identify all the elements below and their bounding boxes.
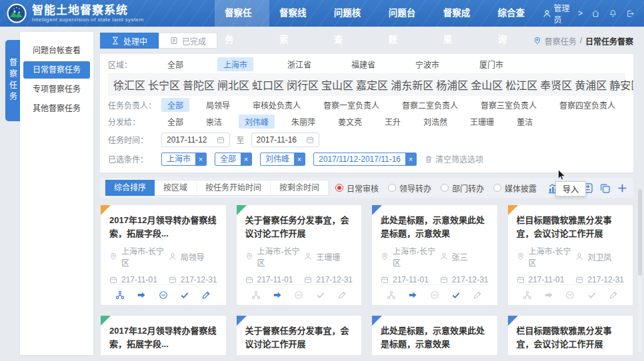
filter-option[interactable]: 刘浩然 <box>417 115 453 129</box>
filter-option[interactable]: 督察五室负责人 <box>632 98 633 112</box>
category-radio[interactable]: 部门转办 <box>441 182 484 194</box>
district-option[interactable]: 浦东新区 <box>389 75 435 94</box>
edit-icon[interactable] <box>473 290 482 300</box>
sidebar-item[interactable]: 问题台帐查看 <box>23 42 90 59</box>
sort-option[interactable]: 综合排序 <box>105 180 155 196</box>
district-option[interactable]: 杨浦区 <box>435 75 469 94</box>
edit-icon[interactable] <box>609 290 618 300</box>
task-card[interactable]: 栏目标题微软雅黑分发事宜，会议讨论工作开展 上海市-长宁区 刘卫凤 217-11… <box>507 204 634 306</box>
district-option[interactable]: 徐汇区 <box>112 75 147 94</box>
district-option[interactable]: 嘉定区 <box>355 75 389 94</box>
filter-option[interactable]: 全部 <box>161 115 189 129</box>
distribute-icon[interactable] <box>523 290 532 300</box>
edit-icon[interactable] <box>201 290 211 300</box>
category-radio[interactable]: 日常审核 <box>335 182 379 194</box>
sidebar-item[interactable]: 日常督察任务 <box>23 61 90 79</box>
filter-option[interactable]: 福建省 <box>345 57 381 71</box>
filter-option[interactable]: 王升 <box>379 115 407 129</box>
filter-option[interactable]: 上海市 <box>217 57 253 71</box>
status-tab[interactable]: 已完成 <box>159 33 217 49</box>
task-card[interactable]: 2017年12月领导转办督察线索，拓展字段... 上海市-长宁区 局领导 217… <box>100 315 227 355</box>
nav-item[interactable]: 督察任务 <box>215 0 269 27</box>
approve-icon[interactable] <box>180 290 189 300</box>
task-card[interactable]: 此处是标题，示意效果此处是标题，示意效果 上海市-长宁区 张三 217-11-0… <box>371 315 498 355</box>
forward-icon[interactable] <box>137 290 146 300</box>
suspend-icon[interactable] <box>430 290 439 300</box>
bell-icon[interactable] <box>609 9 617 18</box>
district-option[interactable]: 长宁区 <box>147 75 181 94</box>
filter-option[interactable]: 浙江省 <box>281 57 317 71</box>
district-option[interactable]: 金山区 <box>469 75 504 94</box>
approve-icon[interactable] <box>316 290 325 300</box>
nav-item[interactable]: 督察线索 <box>269 0 324 27</box>
district-option[interactable]: 松江区 <box>504 75 539 94</box>
sort-option[interactable]: 按区域 <box>155 180 197 195</box>
district-option[interactable]: 奉贤区 <box>539 75 573 94</box>
home-icon[interactable] <box>591 9 600 18</box>
nav-item[interactable]: 问题核查 <box>324 0 379 27</box>
add-icon[interactable] <box>617 182 628 194</box>
nav-item[interactable]: 问题台账 <box>379 0 433 27</box>
edit-icon[interactable] <box>337 290 347 300</box>
remove-tag-icon[interactable]: × <box>294 153 305 165</box>
distribute-icon[interactable] <box>115 290 125 300</box>
task-card[interactable]: 关于督察任务分发事宜，会议讨论工作开展 上海市-长宁区 王珊珊 217-11-0… <box>236 315 363 355</box>
copy-icon[interactable] <box>599 182 611 194</box>
task-card[interactable]: 栏目标题微软雅黑分发事宜，会议讨论工作开展 上海市-长宁区 刘卫凤 217-11… <box>507 315 634 355</box>
filter-option[interactable]: 督察三室负责人 <box>475 98 543 112</box>
task-card[interactable]: 2017年12月领导转办督察线索，拓展字段... 上海市-长宁区 局领导 217… <box>100 204 227 306</box>
district-option[interactable]: 虹口区 <box>251 75 285 94</box>
approve-icon[interactable] <box>587 290 597 300</box>
suspend-icon[interactable] <box>294 290 303 300</box>
filter-option[interactable]: 督察一室负责人 <box>317 98 385 112</box>
filter-option[interactable]: 朱丽萍 <box>285 115 321 129</box>
district-option[interactable]: 闵行区 <box>285 75 320 94</box>
remove-tag-icon[interactable]: × <box>241 153 251 165</box>
district-option[interactable]: 静安区 <box>608 75 633 94</box>
sidebar-item[interactable]: 专项督察任务 <box>23 81 90 98</box>
sidebar-vertical-tab[interactable]: 督察任务 <box>5 40 20 121</box>
task-card[interactable]: 关于督察任务分发事宜，会议讨论工作开展 上海市-长宁区 王珊珊 217-11-0… <box>236 204 363 306</box>
approve-icon[interactable] <box>451 290 461 300</box>
remove-tag-icon[interactable]: × <box>405 153 416 165</box>
filter-option[interactable]: 全部 <box>161 57 189 71</box>
user-menu[interactable]: 管理员> <box>543 2 583 25</box>
breadcrumb-root[interactable]: 督察任务 <box>545 35 577 47</box>
sidebar-item[interactable]: 其他督察任务 <box>23 100 90 117</box>
filter-option[interactable]: 刘伟峰 <box>239 115 275 129</box>
filter-option[interactable]: 崇洁 <box>200 115 228 129</box>
filter-option[interactable]: 督察二室负责人 <box>396 98 464 112</box>
filter-option[interactable]: 姜文亮 <box>332 115 368 129</box>
suspend-icon[interactable] <box>565 290 575 300</box>
distribute-icon[interactable] <box>387 290 396 300</box>
end-date-input[interactable]: 2017-11-16 <box>251 133 320 147</box>
filter-option[interactable]: 王珊珊 <box>464 115 500 129</box>
category-radio[interactable]: 领导转办 <box>388 182 431 194</box>
district-option[interactable]: 宝山区 <box>320 75 355 94</box>
filter-option[interactable]: 全部 <box>161 98 189 112</box>
distribute-icon[interactable] <box>251 290 261 300</box>
suspend-icon[interactable] <box>159 290 168 300</box>
nav-item[interactable]: 综合查询 <box>488 0 543 27</box>
district-option[interactable]: 普陀区 <box>181 75 216 94</box>
logout-icon[interactable] <box>626 9 635 18</box>
forward-icon[interactable] <box>408 290 417 300</box>
vertical-scrollbar[interactable] <box>638 188 642 352</box>
category-radio[interactable]: 媒体披露 <box>493 182 537 194</box>
task-card[interactable]: 此处是标题，示意效果此处是标题，示意效果 上海市-长宁区 张三 217-11-0… <box>371 204 498 306</box>
start-date-input[interactable]: 2017-11-12 <box>161 133 230 147</box>
scrollbar-thumb[interactable] <box>638 189 642 276</box>
forward-icon[interactable] <box>544 290 553 300</box>
filter-option[interactable]: 宁波市 <box>409 57 445 71</box>
remove-tag-icon[interactable]: × <box>195 153 206 165</box>
filter-option[interactable]: 督察四室负责人 <box>553 98 621 112</box>
forward-icon[interactable] <box>273 290 282 300</box>
filter-option[interactable]: 董洁 <box>511 115 539 129</box>
filter-option[interactable]: 审核处负责人 <box>247 98 307 112</box>
filter-option[interactable]: 局领导 <box>200 98 236 112</box>
nav-item[interactable]: 督察成果 <box>433 0 488 27</box>
district-option[interactable]: 黄浦区 <box>573 75 608 94</box>
clear-filters-button[interactable]: 清空筛选选项 <box>425 153 483 165</box>
sort-option[interactable]: 按剩余时间 <box>271 180 329 195</box>
filter-option[interactable]: 厦门市 <box>473 57 509 71</box>
